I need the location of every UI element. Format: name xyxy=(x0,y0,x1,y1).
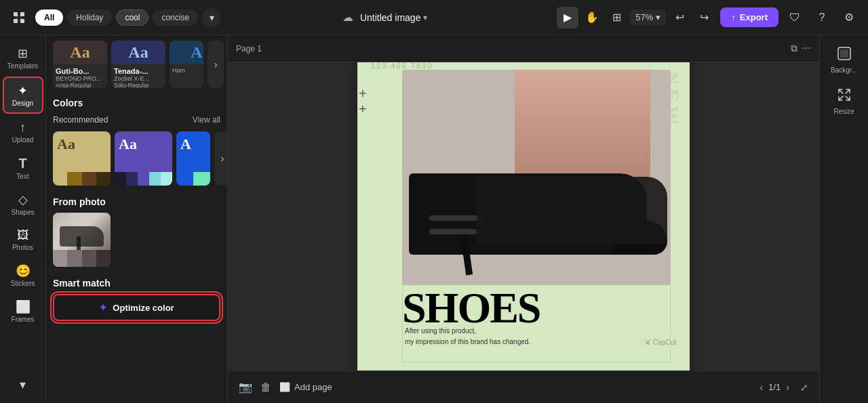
page-indicator: 1/1 xyxy=(768,382,781,392)
filter-tag-concise[interactable]: concise xyxy=(153,9,198,26)
from-photo-section: From photo xyxy=(53,196,220,267)
topbar-tools: ▶ ✋ ⊞ 57% ▾ ↩ ↪ xyxy=(557,7,715,28)
colors-section-title: Colors xyxy=(53,98,220,108)
font-card-2[interactable]: A Ham xyxy=(170,41,203,88)
page-next-btn[interactable]: › xyxy=(786,382,789,393)
settings-icon[interactable]: ⚙ xyxy=(838,7,860,28)
svg-rect-1 xyxy=(840,49,848,58)
resize-icon xyxy=(837,87,852,106)
topbar-center: ☁ Untitled image ▾ xyxy=(226,11,543,24)
palette-card-0[interactable]: Aa xyxy=(53,131,111,186)
topbar-right: ↑ Export 🛡 ? ⚙ xyxy=(720,7,860,28)
sidebar-item-frames[interactable]: ⬜ Frames xyxy=(3,294,43,328)
hand-tool[interactable]: ✋ xyxy=(581,7,603,28)
frames-icon: ⬜ xyxy=(16,299,31,314)
sidebar-nav: ⊞ Templates ✦ Design ↑ Upload T Text ◇ S… xyxy=(0,35,46,403)
canvas-watermark: 123 456 7890 xyxy=(371,62,433,70)
font-card-0[interactable]: Aa Guti-Bo... BEYOND PRO... Anta-Regular xyxy=(53,41,107,88)
design-icon: ✦ xyxy=(18,83,28,98)
redo-btn[interactable]: ↪ xyxy=(693,7,715,28)
palette-card-1[interactable]: Aa xyxy=(115,131,172,186)
design-canvas[interactable]: 123 456 7890 ++ xyxy=(357,62,690,370)
add-page-icon: ⬜ xyxy=(279,382,290,392)
text-icon: T xyxy=(18,156,26,171)
palette-card-2[interactable]: A xyxy=(176,131,210,186)
doc-title-text: Untitled image xyxy=(360,12,421,23)
zoom-chevron: ▾ xyxy=(656,12,660,22)
canvas-bottom-camera-icon[interactable]: 📷 xyxy=(239,381,252,394)
background-icon xyxy=(837,46,852,64)
right-panel-background[interactable]: Backgr... xyxy=(823,41,866,79)
export-button[interactable]: ↑ Export xyxy=(720,7,778,27)
sidebar-item-photos[interactable]: 🖼 Photos xyxy=(3,223,43,257)
templates-icon: ⊞ xyxy=(18,46,28,61)
canvas-more-icon[interactable]: ⋯ xyxy=(802,43,811,54)
add-page-btn[interactable]: ⬜ Add page xyxy=(279,382,332,392)
photos-icon: 🖼 xyxy=(17,228,29,242)
canvas-copy-icon[interactable]: ⧉ xyxy=(791,43,797,54)
left-panel: Aa Guti-Bo... BEYOND PRO... Anta-Regular… xyxy=(46,35,228,403)
view-all-btn[interactable]: View all xyxy=(193,115,220,125)
filter-more-btn[interactable]: ▾ xyxy=(202,8,221,27)
stickers-label: Stickers xyxy=(11,280,35,287)
layout-tool[interactable]: ⊞ xyxy=(606,7,627,28)
fullscreen-btn[interactable]: ⤢ xyxy=(800,382,808,393)
topbar: All Holiday cool concise ▾ ☁ Untitled im… xyxy=(0,0,868,35)
undo-btn[interactable]: ↩ xyxy=(669,7,690,28)
help-icon[interactable]: ? xyxy=(811,7,833,28)
sidebar-item-upload[interactable]: ↑ Upload xyxy=(3,115,43,149)
cloud-icon: ☁ xyxy=(342,11,353,24)
shoes-title: SHOES xyxy=(402,287,676,330)
optimize-color-btn[interactable]: ✦ Optimize color xyxy=(53,294,220,321)
frames-label: Frames xyxy=(12,316,35,323)
doc-title-chevron: ▾ xyxy=(423,13,427,22)
font-card-0-sub2: Anta-Regular xyxy=(56,82,104,88)
sidebar-item-stickers[interactable]: 😊 Stickers xyxy=(3,258,43,293)
shapes-label: Shapes xyxy=(12,209,35,216)
smart-match-title: Smart match xyxy=(53,278,220,289)
shield-icon[interactable]: 🛡 xyxy=(784,7,806,28)
app-logo[interactable] xyxy=(8,7,30,28)
canvas-toolbar-icons: ⧉ ⋯ xyxy=(791,43,811,54)
font-card-1-sub1: Zocbel X-E... xyxy=(114,75,163,82)
color-palette-cards: Aa Aa xyxy=(53,131,220,186)
page-prev-btn[interactable]: ‹ xyxy=(760,382,764,393)
pointer-tool[interactable]: ▶ xyxy=(557,7,578,28)
page-nav: ‹ 1/1 › ⤢ xyxy=(760,382,808,393)
zoom-control[interactable]: 57% ▾ xyxy=(630,9,666,25)
background-label: Backgr... xyxy=(831,66,857,74)
capcut-brand: ✕ CapCut xyxy=(644,338,676,347)
right-panel-resize[interactable]: Resize xyxy=(823,82,866,121)
photos-label: Photos xyxy=(12,244,33,251)
canvas-bottom-delete-icon[interactable]: 🗑 xyxy=(260,381,271,394)
palettes-next-btn[interactable]: › xyxy=(214,131,227,186)
sidebar-item-shapes[interactable]: ◇ Shapes xyxy=(3,187,43,221)
font-card-1-title: Tenada-... xyxy=(114,67,163,75)
filter-tag-all[interactable]: All xyxy=(35,9,63,26)
capcut-name: CapCut xyxy=(653,339,676,346)
optimize-icon: ✦ xyxy=(99,302,107,313)
sidebar-expand-btn[interactable]: ▾ xyxy=(3,372,43,398)
resize-label: Resize xyxy=(833,108,854,115)
sidebar-item-text[interactable]: T Text xyxy=(3,150,43,186)
filter-tag-holiday[interactable]: Holiday xyxy=(67,9,112,26)
photo-thumb[interactable] xyxy=(53,213,111,267)
stickers-icon: 😊 xyxy=(16,263,31,278)
new-text: NEW xyxy=(661,71,683,129)
canvas-toolbar: Page 1 ⧉ ⋯ xyxy=(228,35,819,62)
font-cards-row: Aa Guti-Bo... BEYOND PRO... Anta-Regular… xyxy=(46,41,227,95)
font-card-1[interactable]: Aa Tenada-... Zocbel X-E... Stilu-Regula… xyxy=(111,41,165,88)
subtitle-line2: my impression of this brand has changed. xyxy=(405,337,530,347)
doc-title[interactable]: Untitled image ▾ xyxy=(360,12,428,23)
filter-tag-cool[interactable]: cool xyxy=(116,9,149,26)
canvas-cursor: ++ xyxy=(359,86,367,117)
font-card-0-title: Guti-Bo... xyxy=(56,67,104,75)
upload-icon: ↑ xyxy=(20,121,26,135)
sidebar-item-templates[interactable]: ⊞ Templates xyxy=(3,41,43,75)
templates-label: Templates xyxy=(7,62,39,70)
export-icon: ↑ xyxy=(731,12,736,22)
sidebar-item-design[interactable]: ✦ Design xyxy=(3,77,43,114)
text-label: Text xyxy=(16,173,28,180)
font-cards-next-btn[interactable]: › xyxy=(208,41,224,88)
capcut-icon: ✕ xyxy=(644,338,651,347)
